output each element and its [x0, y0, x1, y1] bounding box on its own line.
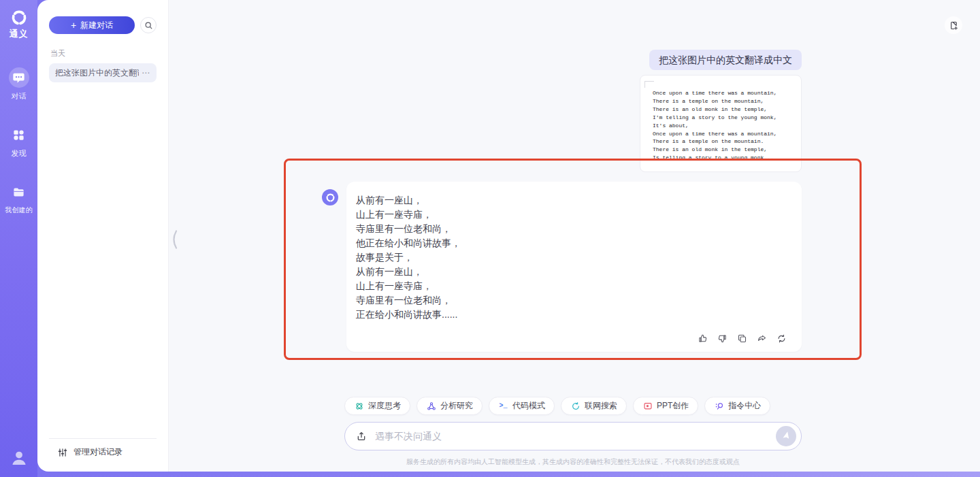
conversation-sidebar: + 新建对话 当天 把这张图片中的英文翻译 ⋯ 管理对话记: [37, 0, 169, 472]
chip-deep-thinking[interactable]: 深度思考: [344, 397, 410, 415]
sliders-icon: [58, 448, 67, 457]
user-attached-image[interactable]: Once upon a time there was a mountain, T…: [640, 75, 802, 172]
molecule-icon: [426, 401, 436, 411]
attachment-line: Once upon a time there was a mountain,: [653, 130, 801, 138]
assistant-line: 他正在给小和尚讲故事，: [356, 236, 788, 250]
sidebar-divider: [49, 438, 157, 439]
attachment-line: There is an old monk in the temple,: [653, 105, 801, 114]
assistant-message-card: 从前有一座山， 山上有一座寺庙， 寺庙里有一位老和尚， 他正在给小和尚讲故事， …: [346, 182, 802, 352]
assistant-line: 寺庙里有一位老和尚，: [356, 222, 788, 236]
thumbs-up-icon[interactable]: [697, 333, 708, 344]
new-chat-button-label: 新建对话: [80, 20, 113, 31]
history-chat-item-title: 把这张图片中的英文翻译: [55, 67, 139, 79]
command-dots-icon: [714, 401, 724, 411]
sidebar-item-chat[interactable]: 对话: [9, 67, 29, 101]
response-actions: [697, 333, 787, 344]
new-document-icon: [949, 20, 959, 31]
chip-analysis-research[interactable]: 分析研究: [416, 397, 483, 415]
terminal-icon: >_: [498, 401, 508, 411]
chip-web-search[interactable]: 联网搜索: [561, 397, 627, 415]
assistant-line: 故事是关于，: [356, 250, 788, 265]
tongyi-logo-icon: [10, 9, 28, 27]
history-section-label: 当天: [50, 48, 65, 59]
user-avatar[interactable]: [10, 448, 29, 467]
chip-command-center[interactable]: 指令中心: [704, 397, 770, 415]
slide-icon: [642, 401, 653, 411]
assistant-line: 从前有一座山，: [356, 265, 788, 279]
chip-label: 代码模式: [512, 400, 545, 412]
chip-ppt-creation[interactable]: PPT创作: [633, 397, 698, 415]
copy-icon[interactable]: [736, 333, 747, 344]
chip-label: 深度思考: [368, 400, 401, 412]
assistant-line: 正在给小和尚讲故事......: [356, 308, 788, 322]
chip-label: 分析研究: [440, 400, 473, 412]
thumbs-down-icon[interactable]: [717, 333, 728, 344]
attachment-line: Is telling a story to a young monk...: [653, 154, 801, 162]
chat-main: 把这张图片中的英文翻译成中文 Once upon a time there wa…: [169, 0, 980, 472]
history-chat-item[interactable]: 把这张图片中的英文翻译 ⋯: [49, 63, 157, 82]
message-input[interactable]: [375, 431, 776, 442]
paper-plane-icon: [781, 431, 791, 441]
more-menu-icon[interactable]: ⋯: [142, 68, 150, 78]
sidebar-item-my-creations-label: 我创建的: [5, 205, 33, 215]
assistant-avatar: [322, 189, 338, 205]
skill-chips-row: 深度思考 分析研究 >_ 代码模式: [344, 397, 770, 415]
send-button[interactable]: [776, 426, 796, 446]
knot-icon: [354, 401, 364, 411]
assistant-line: 寺庙里有一位老和尚，: [356, 293, 788, 308]
assistant-line: 山上有一座寺庙，: [356, 279, 788, 293]
regenerate-icon[interactable]: [776, 333, 787, 344]
image-crop-mark: [644, 81, 654, 88]
web-refresh-icon: [570, 401, 581, 411]
plus-icon: +: [71, 20, 76, 30]
chat-bubble-icon: [9, 67, 29, 88]
sidebar-item-discover-label: 发现: [12, 148, 27, 159]
attachment-line: I'm telling a story to the young monk,: [653, 114, 801, 122]
new-conversation-note-button[interactable]: [945, 16, 962, 34]
attachment-line: There is a temple on the mountain.: [653, 137, 801, 146]
manage-history-label: 管理对话记录: [74, 446, 122, 458]
app-logo[interactable]: 通义: [10, 9, 29, 40]
app-logo-text: 通义: [10, 28, 29, 40]
attachment-line: There is an old monk in the temple,: [653, 146, 801, 154]
assistant-line: 山上有一座寺庙，: [356, 208, 788, 222]
chip-label: PPT创作: [657, 400, 689, 412]
rail-nav: 对话 发现 我创建的: [5, 67, 33, 215]
search-button[interactable]: [140, 17, 157, 33]
discover-grid-icon: [9, 125, 29, 145]
attachment-line: There is a temple on the mountain,: [653, 97, 801, 105]
disclaimer-text: 服务生成的所有内容均由人工智能模型生成，其生成内容的准确性和完整性无法保证，不代…: [344, 457, 802, 467]
attachment-line: It's about,: [653, 122, 801, 130]
sidebar-collapse-handle[interactable]: [170, 230, 178, 249]
chip-label: 指令中心: [728, 400, 761, 412]
chip-label: 联网搜索: [585, 400, 617, 412]
share-icon[interactable]: [756, 333, 767, 344]
message-input-bar: [344, 422, 802, 450]
user-message-bubble: 把这张图片中的英文翻译成中文: [649, 50, 802, 70]
magnifier-icon: [144, 21, 153, 30]
assistant-line: 从前有一座山，: [356, 193, 788, 208]
new-chat-button[interactable]: + 新建对话: [49, 16, 135, 34]
sidebar-item-chat-label: 对话: [12, 91, 27, 101]
chip-code-mode[interactable]: >_ 代码模式: [489, 397, 555, 415]
folder-icon: [9, 182, 29, 202]
attachment-text: Once upon a time there was a mountain, T…: [640, 76, 801, 162]
sidebar-item-my-creations[interactable]: 我创建的: [5, 182, 33, 215]
app-container: + 新建对话 当天 把这张图片中的英文翻译 ⋯ 管理对话记: [37, 0, 980, 472]
upload-icon[interactable]: [355, 429, 368, 443]
primary-rail: 通义 对话 发现: [0, 0, 37, 477]
manage-history-button[interactable]: 管理对话记录: [58, 446, 122, 458]
sidebar-item-discover[interactable]: 发现: [9, 125, 29, 159]
attachment-line: Once upon a time there was a mountain,: [653, 89, 801, 97]
